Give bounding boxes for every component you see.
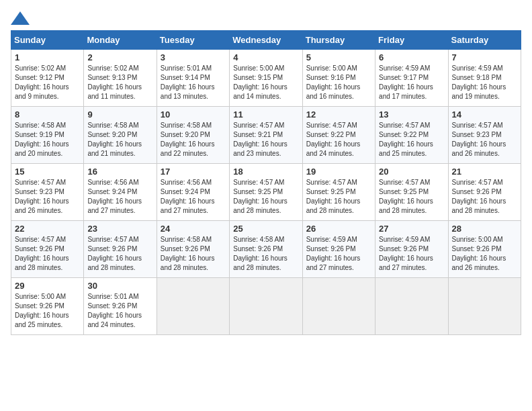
calendar-cell: 11 Sunrise: 4:57 AMSunset: 9:21 PMDaylig… [230, 107, 302, 164]
calendar-cell: 6 Sunrise: 4:59 AMSunset: 9:17 PMDayligh… [375, 50, 448, 107]
day-number: 7 [452, 52, 517, 62]
day-info: Sunrise: 5:02 AMSunset: 9:12 PMDaylight:… [15, 64, 80, 101]
logo [11, 11, 32, 25]
day-info: Sunrise: 4:58 AMSunset: 9:26 PMDaylight:… [161, 235, 226, 273]
calendar-week-row: 1 Sunrise: 5:02 AMSunset: 9:12 PMDayligh… [11, 50, 521, 107]
day-number: 13 [379, 109, 444, 120]
logo-icon [11, 11, 30, 25]
calendar-cell [302, 278, 375, 335]
day-number: 11 [233, 109, 298, 120]
calendar-cell: 4 Sunrise: 5:00 AMSunset: 9:15 PMDayligh… [230, 50, 302, 107]
calendar-table: SundayMondayTuesdayWednesdayThursdayFrid… [11, 30, 521, 335]
calendar-cell: 7 Sunrise: 4:59 AMSunset: 9:18 PMDayligh… [448, 50, 521, 107]
calendar-cell [448, 278, 521, 335]
header-day: Tuesday [157, 31, 229, 50]
svg-marker-0 [11, 11, 30, 25]
day-number: 23 [87, 224, 152, 234]
day-info: Sunrise: 4:57 AMSunset: 9:25 PMDaylight:… [379, 178, 444, 216]
calendar-cell: 13 Sunrise: 4:57 AMSunset: 9:22 PMDaylig… [375, 107, 448, 164]
calendar-cell: 1 Sunrise: 5:02 AMSunset: 9:12 PMDayligh… [11, 50, 84, 107]
calendar-cell: 24 Sunrise: 4:58 AMSunset: 9:26 PMDaylig… [157, 221, 229, 278]
calendar-cell: 18 Sunrise: 4:57 AMSunset: 9:25 PMDaylig… [230, 164, 302, 221]
header-day: Monday [84, 31, 157, 50]
day-info: Sunrise: 4:59 AMSunset: 9:17 PMDaylight:… [379, 64, 444, 101]
calendar-cell: 30 Sunrise: 5:01 AMSunset: 9:26 PMDaylig… [84, 278, 157, 335]
day-number: 24 [161, 224, 226, 234]
calendar-cell: 29 Sunrise: 5:00 AMSunset: 9:26 PMDaylig… [11, 278, 84, 335]
calendar-cell: 26 Sunrise: 4:59 AMSunset: 9:26 PMDaylig… [302, 221, 375, 278]
day-info: Sunrise: 4:57 AMSunset: 9:22 PMDaylight:… [379, 121, 444, 158]
day-info: Sunrise: 4:58 AMSunset: 9:19 PMDaylight:… [15, 121, 80, 158]
calendar-cell: 10 Sunrise: 4:58 AMSunset: 9:20 PMDaylig… [157, 107, 229, 164]
header-day: Wednesday [230, 31, 302, 50]
calendar-cell: 9 Sunrise: 4:58 AMSunset: 9:20 PMDayligh… [84, 107, 157, 164]
calendar-cell: 27 Sunrise: 4:59 AMSunset: 9:26 PMDaylig… [375, 221, 448, 278]
day-number: 17 [161, 167, 226, 177]
calendar-cell: 3 Sunrise: 5:01 AMSunset: 9:14 PMDayligh… [157, 50, 229, 107]
day-info: Sunrise: 4:57 AMSunset: 9:25 PMDaylight:… [306, 178, 371, 216]
calendar-cell: 20 Sunrise: 4:57 AMSunset: 9:25 PMDaylig… [375, 164, 448, 221]
day-info: Sunrise: 4:59 AMSunset: 9:26 PMDaylight:… [306, 235, 371, 273]
day-number: 21 [452, 167, 517, 177]
calendar-cell: 5 Sunrise: 5:00 AMSunset: 9:16 PMDayligh… [302, 50, 375, 107]
day-info: Sunrise: 4:57 AMSunset: 9:23 PMDaylight:… [452, 121, 517, 158]
day-info: Sunrise: 5:00 AMSunset: 9:26 PMDaylight:… [452, 235, 517, 273]
day-number: 8 [15, 109, 80, 120]
header-day: Sunday [11, 31, 84, 50]
page-header [11, 11, 521, 25]
day-number: 19 [306, 167, 371, 177]
calendar-week-row: 8 Sunrise: 4:58 AMSunset: 9:19 PMDayligh… [11, 107, 521, 164]
calendar-cell: 17 Sunrise: 4:56 AMSunset: 9:24 PMDaylig… [157, 164, 229, 221]
day-number: 25 [233, 224, 298, 234]
day-info: Sunrise: 4:56 AMSunset: 9:24 PMDaylight:… [161, 178, 226, 216]
day-info: Sunrise: 4:57 AMSunset: 9:21 PMDaylight:… [233, 121, 298, 158]
day-info: Sunrise: 4:58 AMSunset: 9:20 PMDaylight:… [87, 121, 152, 158]
day-number: 1 [15, 52, 80, 62]
calendar-cell: 19 Sunrise: 4:57 AMSunset: 9:25 PMDaylig… [302, 164, 375, 221]
day-number: 3 [161, 52, 226, 62]
day-info: Sunrise: 5:01 AMSunset: 9:26 PMDaylight:… [87, 292, 152, 330]
calendar-cell: 23 Sunrise: 4:57 AMSunset: 9:26 PMDaylig… [84, 221, 157, 278]
calendar-cell: 15 Sunrise: 4:57 AMSunset: 9:23 PMDaylig… [11, 164, 84, 221]
day-number: 6 [379, 52, 444, 62]
day-number: 16 [87, 167, 152, 177]
day-number: 10 [161, 109, 226, 120]
header-day: Thursday [302, 31, 375, 50]
day-number: 26 [306, 224, 371, 234]
calendar-cell: 2 Sunrise: 5:02 AMSunset: 9:13 PMDayligh… [84, 50, 157, 107]
header-day: Friday [375, 31, 448, 50]
day-number: 28 [452, 224, 517, 234]
day-number: 12 [306, 109, 371, 120]
calendar-cell: 25 Sunrise: 4:58 AMSunset: 9:26 PMDaylig… [230, 221, 302, 278]
day-info: Sunrise: 4:57 AMSunset: 9:23 PMDaylight:… [15, 178, 80, 216]
day-number: 29 [15, 281, 80, 291]
day-number: 9 [87, 109, 152, 120]
day-info: Sunrise: 4:57 AMSunset: 9:25 PMDaylight:… [233, 178, 298, 216]
calendar-cell: 8 Sunrise: 4:58 AMSunset: 9:19 PMDayligh… [11, 107, 84, 164]
day-info: Sunrise: 4:57 AMSunset: 9:26 PMDaylight:… [15, 235, 80, 273]
calendar-cell: 22 Sunrise: 4:57 AMSunset: 9:26 PMDaylig… [11, 221, 84, 278]
calendar-cell: 21 Sunrise: 4:57 AMSunset: 9:26 PMDaylig… [448, 164, 521, 221]
day-info: Sunrise: 5:00 AMSunset: 9:15 PMDaylight:… [233, 64, 298, 101]
calendar-week-row: 29 Sunrise: 5:00 AMSunset: 9:26 PMDaylig… [11, 278, 521, 335]
day-number: 2 [87, 52, 152, 62]
day-number: 18 [233, 167, 298, 177]
calendar-cell [230, 278, 302, 335]
day-info: Sunrise: 4:58 AMSunset: 9:26 PMDaylight:… [233, 235, 298, 273]
header-day: Saturday [448, 31, 521, 50]
calendar-cell: 16 Sunrise: 4:56 AMSunset: 9:24 PMDaylig… [84, 164, 157, 221]
day-number: 22 [15, 224, 80, 234]
day-number: 5 [306, 52, 371, 62]
day-info: Sunrise: 4:56 AMSunset: 9:24 PMDaylight:… [87, 178, 152, 216]
day-number: 27 [379, 224, 444, 234]
header-row: SundayMondayTuesdayWednesdayThursdayFrid… [11, 31, 521, 50]
day-info: Sunrise: 4:59 AMSunset: 9:18 PMDaylight:… [452, 64, 517, 101]
calendar-cell [375, 278, 448, 335]
day-info: Sunrise: 5:00 AMSunset: 9:16 PMDaylight:… [306, 64, 371, 101]
day-number: 14 [452, 109, 517, 120]
day-info: Sunrise: 4:59 AMSunset: 9:26 PMDaylight:… [379, 235, 444, 273]
day-info: Sunrise: 4:57 AMSunset: 9:22 PMDaylight:… [306, 121, 371, 158]
day-number: 30 [87, 281, 152, 291]
calendar-cell: 12 Sunrise: 4:57 AMSunset: 9:22 PMDaylig… [302, 107, 375, 164]
day-info: Sunrise: 5:00 AMSunset: 9:26 PMDaylight:… [15, 292, 80, 330]
